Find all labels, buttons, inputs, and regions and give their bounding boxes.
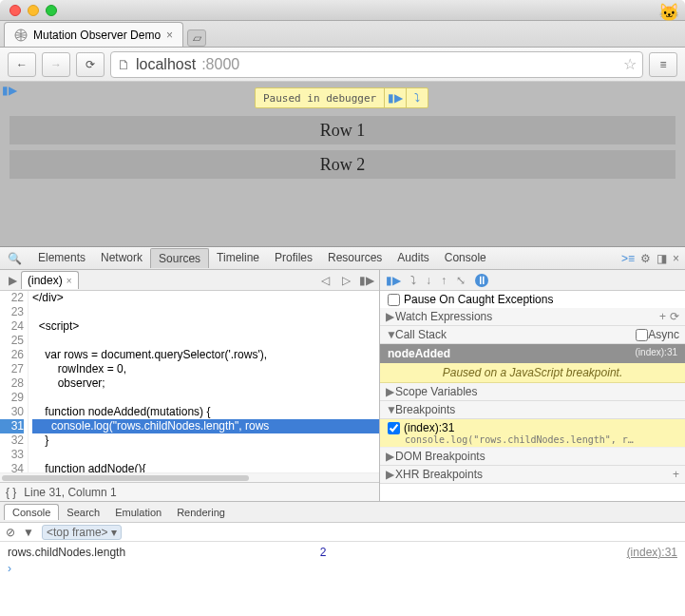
console-log-entry: rows.childNodes.length 2 (index):31	[8, 546, 677, 559]
url-host: localhost	[136, 56, 196, 73]
callstack-frame[interactable]: nodeAdded (index):31	[380, 344, 685, 363]
log-source-link[interactable]: (index):31	[627, 546, 677, 559]
panel-timeline[interactable]: Timeline	[209, 248, 267, 268]
toggle-drawer-icon[interactable]: >≡	[621, 252, 635, 265]
clear-console-icon[interactable]: ⊘	[6, 526, 15, 539]
async-checkbox[interactable]	[636, 329, 648, 341]
bookmark-star-icon[interactable]: ☆	[623, 55, 637, 73]
history-fwd-icon[interactable]: ▷	[337, 274, 354, 287]
step-out-button[interactable]: ↑	[441, 274, 447, 287]
devtools-toolbar: 🔍 Elements Network Sources Timeline Prof…	[0, 247, 685, 270]
pause-exceptions-button[interactable]: ⏸	[475, 274, 488, 287]
devtools-body: ▶ (index) × ◁ ▷ ▮▶ 222324252627282930313…	[0, 270, 685, 502]
dock-side-icon[interactable]: ◨	[656, 252, 667, 265]
paused-label: Paused in debugger	[256, 92, 384, 105]
favicon-icon	[14, 29, 28, 42]
drawer-tab-rendering[interactable]: Rendering	[169, 505, 233, 520]
minimize-window-button[interactable]	[28, 5, 39, 16]
page-viewport: ▮▶ Paused in debugger ▮▶ ⤵ Row 1 Row 2	[0, 82, 685, 247]
frame-name: nodeAdded	[388, 347, 450, 360]
breakpoint-item[interactable]: (index):31 console.log("rows.childNodes.…	[380, 419, 685, 448]
drawer-tab-search[interactable]: Search	[59, 505, 107, 520]
callstack-section-header[interactable]: ▼Call Stack Async	[380, 326, 685, 344]
panel-audits[interactable]: Audits	[390, 248, 436, 268]
show-navigator-icon[interactable]: ▶	[4, 274, 21, 287]
deactivate-bp-button[interactable]: ⤡	[456, 274, 466, 287]
address-bar[interactable]: 🗋 localhost:8000 ☆	[110, 51, 643, 78]
panel-network[interactable]: Network	[93, 248, 150, 268]
console-prompt[interactable]: ›	[8, 562, 677, 575]
browser-tab[interactable]: Mutation Observer Demo ×	[4, 22, 183, 47]
drawer-tabs: Console Search Emulation Rendering	[0, 502, 685, 523]
browser-tabstrip: Mutation Observer Demo × ▱	[0, 21, 685, 48]
drawer-tab-console[interactable]: Console	[4, 504, 59, 520]
panel-console[interactable]: Console	[437, 248, 494, 268]
console-toolbar: ⊘ ▼ <top frame> ▾	[0, 523, 685, 542]
content-row: Row 1	[10, 116, 675, 144]
close-devtools-icon[interactable]: ×	[673, 252, 679, 265]
dom-bp-section-header[interactable]: ▶DOM Breakpoints	[380, 448, 685, 466]
debugger-sidebar: ▮▶ ⤵ ↓ ↑ ⤡ ⏸ Pause On Caught Exceptions …	[380, 270, 685, 501]
inspect-icon[interactable]: 🔍	[6, 250, 23, 267]
extension-icon[interactable]: 🐱	[658, 2, 679, 23]
drawer-tab-emulation[interactable]: Emulation	[107, 505, 169, 520]
async-label: Async	[648, 328, 679, 341]
debugger-paused-overlay: Paused in debugger ▮▶ ⤵	[255, 87, 428, 108]
overlay-step-button[interactable]: ⤵	[407, 91, 428, 105]
tab-title: Mutation Observer Demo	[33, 29, 161, 42]
settings-gear-icon[interactable]: ⚙	[640, 252, 651, 265]
reload-button[interactable]: ⟳	[76, 52, 105, 77]
line-gutter[interactable]: 22232425262728293031323334353637	[0, 291, 29, 472]
panel-sources[interactable]: Sources	[150, 248, 209, 268]
back-button[interactable]: ←	[8, 52, 36, 77]
resume-button[interactable]: ▮▶	[386, 274, 401, 287]
pause-caught-label: Pause On Caught Exceptions	[404, 293, 553, 306]
log-text: rows.childNodes.length	[8, 546, 314, 559]
step-over-button[interactable]: ⤵	[410, 274, 416, 287]
frame-location: (index):31	[636, 347, 677, 360]
breakpoints-section-header[interactable]: ▼Breakpoints	[380, 401, 685, 419]
frame-selector[interactable]: <top frame> ▾	[42, 525, 122, 540]
pretty-print-icon[interactable]: { }	[6, 486, 16, 499]
source-file-name: (index)	[28, 274, 63, 287]
close-file-icon[interactable]: ×	[67, 276, 72, 286]
xhr-bp-section-header[interactable]: ▶XHR Breakpoints +	[380, 466, 685, 484]
step-into-button[interactable]: ↓	[426, 274, 431, 287]
source-file-tabbar: ▶ (index) × ◁ ▷ ▮▶	[0, 270, 379, 291]
horizontal-scrollbar[interactable]	[0, 472, 379, 482]
watch-section-header[interactable]: ▶Watch Expressions + ⟳	[380, 308, 685, 326]
resume-overlay-icon[interactable]: ▮▶	[2, 84, 17, 97]
content-row: Row 2	[10, 150, 675, 179]
add-watch-icon[interactable]: +	[659, 310, 666, 323]
panel-profiles[interactable]: Profiles	[267, 248, 320, 268]
log-value: 2	[320, 546, 627, 559]
overlay-resume-button[interactable]: ▮▶	[385, 91, 406, 105]
forward-button[interactable]: →	[42, 52, 70, 77]
show-debugger-icon[interactable]: ▮▶	[358, 274, 375, 287]
code-text[interactable]: </div> <script> var rows = document.quer…	[29, 291, 379, 472]
history-back-icon[interactable]: ◁	[316, 274, 333, 287]
menu-button[interactable]: ≡	[649, 52, 677, 77]
console-output[interactable]: rows.childNodes.length 2 (index):31 ›	[0, 542, 685, 579]
source-file-tab[interactable]: (index) ×	[21, 271, 79, 289]
zoom-window-button[interactable]	[46, 5, 57, 16]
breakpoint-code: console.log("rows.childNodes.length", r…	[388, 434, 677, 445]
panel-elements[interactable]: Elements	[30, 248, 93, 268]
close-window-button[interactable]	[10, 5, 21, 16]
code-editor[interactable]: 22232425262728293031323334353637 </div> …	[0, 291, 379, 472]
breakpoint-checkbox[interactable]	[388, 422, 400, 434]
refresh-watch-icon[interactable]: ⟳	[670, 310, 679, 323]
panel-resources[interactable]: Resources	[320, 248, 390, 268]
pause-caught-row: Pause On Caught Exceptions	[380, 291, 685, 308]
scope-section-header[interactable]: ▶Scope Variables	[380, 383, 685, 401]
close-tab-icon[interactable]: ×	[166, 29, 173, 42]
filter-icon[interactable]: ▼	[23, 526, 34, 539]
url-port: :8000	[201, 56, 239, 73]
window-titlebar: ⤢	[0, 0, 685, 21]
new-tab-button[interactable]: ▱	[187, 29, 206, 47]
browser-toolbar: ← → ⟳ 🗋 localhost:8000 ☆ ≡	[0, 48, 685, 82]
pause-caught-checkbox[interactable]	[388, 294, 400, 306]
page-icon: 🗋	[117, 57, 130, 72]
add-xhr-bp-icon[interactable]: +	[673, 468, 679, 481]
source-statusbar: { } Line 31, Column 1	[0, 482, 379, 501]
